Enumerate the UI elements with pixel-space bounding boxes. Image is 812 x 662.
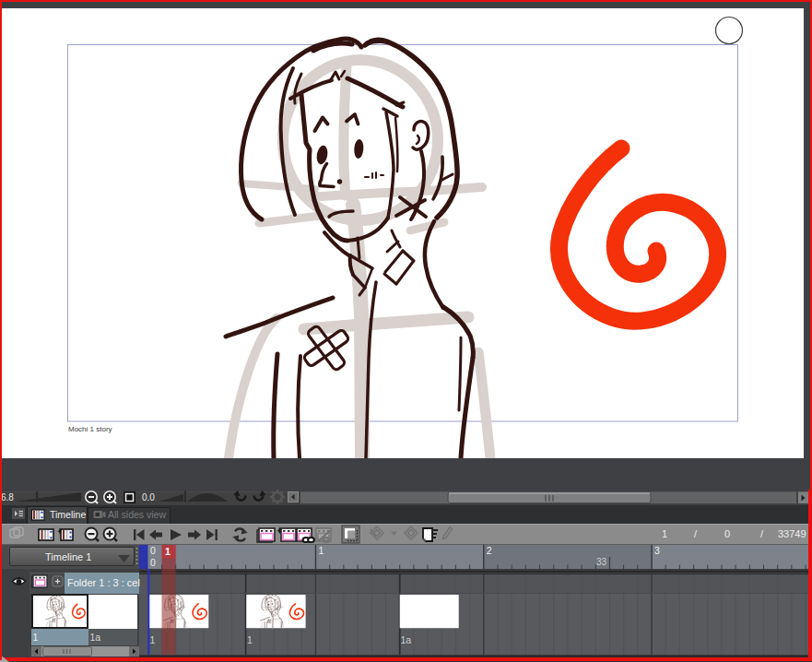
svg-text:0: 0 [150, 557, 156, 568]
svg-text:0: 0 [150, 545, 156, 556]
svg-text:1: 1 [247, 634, 253, 645]
svg-text:33: 33 [596, 557, 607, 567]
svg-text:1a: 1a [401, 634, 412, 645]
svg-text:1: 1 [165, 546, 171, 557]
svg-text:2: 2 [487, 545, 492, 556]
svg-text:1: 1 [150, 634, 156, 645]
svg-text:3: 3 [654, 545, 660, 556]
svg-text:1: 1 [319, 545, 324, 556]
